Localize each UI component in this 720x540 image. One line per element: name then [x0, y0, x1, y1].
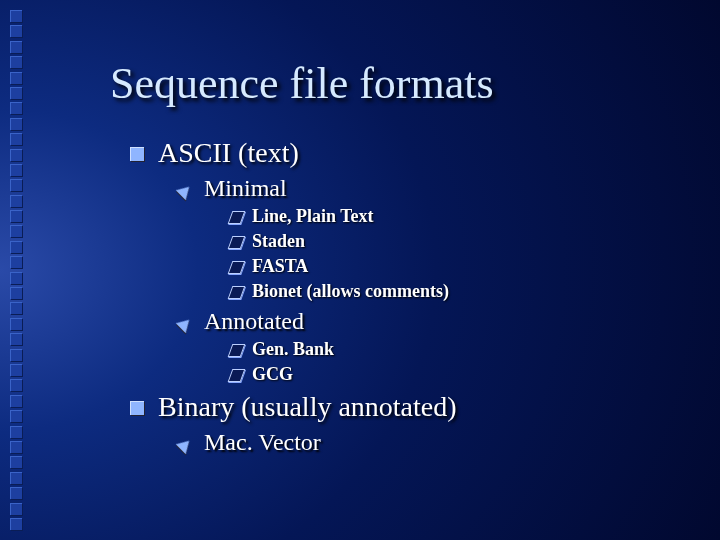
bullet-level2: Minimal Line, Plain Text Staden FASTA Bi… — [178, 175, 680, 302]
bullet-label: ASCII (text) — [158, 137, 299, 168]
bullet-level3: GCG — [230, 364, 680, 385]
bullet-label: Bionet (allows comments) — [252, 281, 449, 301]
bullet-level1: ASCII (text) Minimal Line, Plain Text St… — [130, 137, 680, 385]
page-title: Sequence file formats — [110, 58, 680, 109]
bullet-level3: Gen. Bank — [230, 339, 680, 360]
bullet-label: FASTA — [252, 256, 308, 276]
bullet-label: Minimal — [204, 175, 287, 201]
bullet-level1: Binary (usually annotated) Mac. Vector — [130, 391, 680, 456]
bullet-level3: FASTA — [230, 256, 680, 277]
bullet-level2: Annotated Gen. Bank GCG — [178, 308, 680, 385]
content-area: ASCII (text) Minimal Line, Plain Text St… — [130, 137, 680, 456]
left-decorative-rail — [10, 10, 26, 530]
bullet-level3: Staden — [230, 231, 680, 252]
bullet-label: Line, Plain Text — [252, 206, 374, 226]
bullet-level2: Mac. Vector — [178, 429, 680, 456]
bullet-label: Staden — [252, 231, 305, 251]
bullet-level3: Line, Plain Text — [230, 206, 680, 227]
bullet-label: GCG — [252, 364, 293, 384]
slide: Sequence file formats ASCII (text) Minim… — [0, 0, 720, 540]
bullet-label: Gen. Bank — [252, 339, 334, 359]
bullet-label: Binary (usually annotated) — [158, 391, 457, 422]
bullet-level3: Bionet (allows comments) — [230, 281, 680, 302]
bullet-label: Annotated — [204, 308, 304, 334]
bullet-label: Mac. Vector — [204, 429, 321, 455]
